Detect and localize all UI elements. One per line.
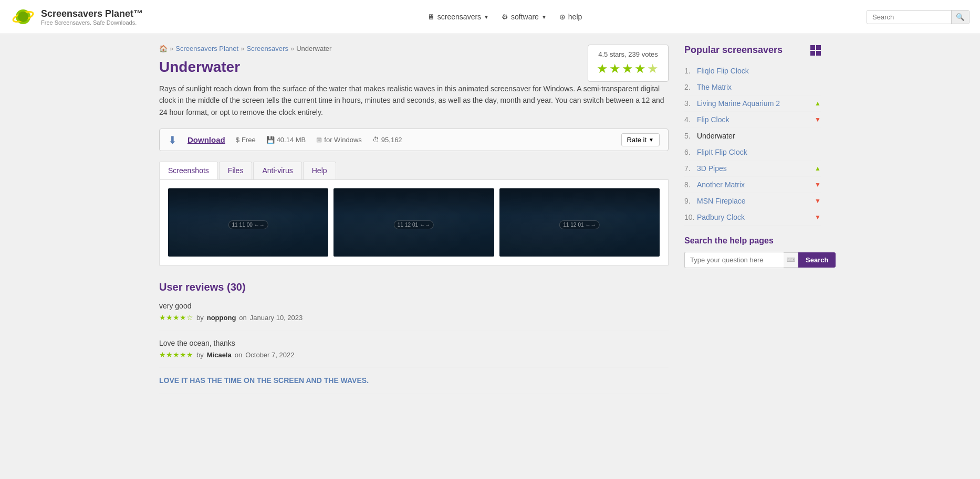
review-2-stars: ★★★★★ xyxy=(159,350,193,359)
chevron-down-icon: ▼ xyxy=(541,14,547,20)
trend-up-icon: ▲ xyxy=(815,100,821,107)
breadcrumb-home[interactable]: 🏠 xyxy=(159,45,168,52)
header-search-button[interactable]: 🔍 xyxy=(951,10,969,24)
trend-down-icon: ▼ xyxy=(815,116,821,123)
review-3-text: LOVE IT HAS THE TIME ON THE SCREEN AND T… xyxy=(159,376,669,385)
sidebar: Popular screensavers 1. Fliqlo Flip Cloc… xyxy=(684,45,821,402)
header: Screensavers Planet™ Free Screensavers. … xyxy=(0,0,980,34)
trend-down-icon-9: ▼ xyxy=(815,197,821,205)
main-wrapper: 4.5 stars, 239 votes ★★★★★ 🏠 » Screensav… xyxy=(149,34,831,412)
review-1-meta: ★★★★☆ by noppong on January 10, 2023 xyxy=(159,313,669,322)
trend-up-icon-7: ▲ xyxy=(815,165,821,172)
tab-files[interactable]: Files xyxy=(219,162,253,179)
user-reviews-title: User reviews (30) xyxy=(159,281,669,293)
popular-item-7: 7. 3D Pipes ▲ xyxy=(684,161,821,177)
help-icon: ⊕ xyxy=(559,13,566,21)
review-2-author: Micaela xyxy=(207,351,232,359)
popular-link-9[interactable]: MSN Fireplace xyxy=(697,197,810,205)
size-label: 💾 40.14 MB xyxy=(266,136,306,144)
disk-icon: 💾 xyxy=(266,136,275,144)
help-search-area: ⌨ Search xyxy=(684,252,821,268)
free-label: $ Free xyxy=(236,136,256,144)
tab-help[interactable]: Help xyxy=(303,162,336,179)
logo-subtitle: Free Screensavers. Safe Downloads. xyxy=(41,19,143,26)
download-icon: ⬇ xyxy=(168,134,177,146)
review-1-date: January 10, 2023 xyxy=(250,314,303,322)
windows-grid-icon xyxy=(810,45,821,56)
review-3: LOVE IT HAS THE TIME ON THE SCREEN AND T… xyxy=(159,376,669,393)
review-1-author: noppong xyxy=(207,314,236,322)
clock-overlay-2: 11 12 01 ←→ xyxy=(394,220,434,229)
logo-icon xyxy=(11,4,36,29)
breadcrumb-screensavers[interactable]: Screensavers xyxy=(246,45,288,52)
rating-stars: ★★★★★ xyxy=(597,61,660,76)
screenshot-2[interactable]: 11 12 01 ←→ xyxy=(333,188,494,257)
review-2: Love the ocean, thanks ★★★★★ by Micaela … xyxy=(159,339,669,368)
review-2-meta: ★★★★★ by Micaela on October 7, 2022 xyxy=(159,350,669,359)
logo-text-area: Screensavers Planet™ Free Screensavers. … xyxy=(41,8,143,26)
popular-item-10: 10. Padbury Clock ▼ xyxy=(684,209,821,226)
popular-link-10[interactable]: Padbury Clock xyxy=(697,213,810,221)
clock-overlay-3: 11 12 01 ←→ xyxy=(559,220,599,229)
header-search-input[interactable] xyxy=(867,10,951,24)
popular-item-6: 6. FlipIt Flip Clock xyxy=(684,144,821,161)
review-2-text: Love the ocean, thanks xyxy=(159,339,669,347)
nav-area: 🖥 screensavers ▼ ⚙ software ▼ ⊕ help xyxy=(428,13,582,21)
review-2-date: October 7, 2022 xyxy=(245,351,294,359)
clock-overlay-1: 11 11 00 ←→ xyxy=(228,220,268,229)
screenshot-3[interactable]: 11 12 01 ←→ xyxy=(499,188,660,257)
downloads-label: ⏱ 95,162 xyxy=(372,136,402,144)
breadcrumb-current: Underwater xyxy=(296,45,331,52)
content-area: 4.5 stars, 239 votes ★★★★★ 🏠 » Screensav… xyxy=(159,45,669,402)
popular-item-2: 2. The Matrix xyxy=(684,79,821,95)
logo-area: Screensavers Planet™ Free Screensavers. … xyxy=(11,4,143,29)
popular-link-3[interactable]: Living Marine Aquarium 2 xyxy=(697,99,810,108)
popular-item-8: 8. Another Matrix ▼ xyxy=(684,177,821,193)
svg-point-2 xyxy=(18,12,28,22)
rating-box: 4.5 stars, 239 votes ★★★★★ xyxy=(588,45,669,82)
nav-help[interactable]: ⊕ help xyxy=(559,13,582,21)
rate-it-button[interactable]: Rate it ▼ xyxy=(621,133,660,146)
help-search-title: Search the help pages xyxy=(684,236,821,246)
review-1-text: very good xyxy=(159,302,669,310)
tabs-bar: Screenshots Files Anti-virus Help xyxy=(159,162,669,180)
popular-list: 1. Fliqlo Flip Clock 2. The Matrix 3. Li… xyxy=(684,63,821,226)
popular-title: Popular screensavers xyxy=(684,45,821,56)
tab-antivirus[interactable]: Anti-virus xyxy=(253,162,301,179)
download-bar: ⬇ Download $ Free 💾 40.14 MB ⊞ for Windo… xyxy=(159,129,669,151)
popular-link-8[interactable]: Another Matrix xyxy=(697,180,810,189)
breadcrumb-screensavers-planet[interactable]: Screensavers Planet xyxy=(175,45,238,52)
rating-text: 4.5 stars, 239 votes xyxy=(597,50,660,58)
review-1-stars: ★★★★☆ xyxy=(159,313,193,322)
popular-link-6[interactable]: FlipIt Flip Clock xyxy=(697,148,821,156)
software-icon: ⚙ xyxy=(502,13,508,21)
nav-screensavers[interactable]: 🖥 screensavers ▼ xyxy=(428,13,489,21)
popular-item-1: 1. Fliqlo Flip Clock xyxy=(684,63,821,79)
help-search-input[interactable] xyxy=(684,252,784,268)
popular-item-5: 5. Underwater xyxy=(684,128,821,144)
chevron-down-icon: ▼ xyxy=(484,14,489,20)
download-link[interactable]: Download xyxy=(187,135,225,144)
help-search-hint: ⌨ xyxy=(784,252,798,268)
platform-label: ⊞ for Windows xyxy=(316,136,362,144)
monitor-icon: 🖥 xyxy=(428,13,435,21)
popular-item-3: 3. Living Marine Aquarium 2 ▲ xyxy=(684,95,821,112)
header-search-area: 🔍 xyxy=(867,10,969,24)
help-search-button[interactable]: Search xyxy=(798,252,836,268)
popular-link-2[interactable]: The Matrix xyxy=(697,83,821,91)
popular-link-7[interactable]: 3D Pipes xyxy=(697,164,810,173)
clock-icon: ⏱ xyxy=(372,136,379,144)
windows-icon: ⊞ xyxy=(316,136,322,144)
logo-title: Screensavers Planet™ xyxy=(41,8,143,19)
popular-item-9: 9. MSN Fireplace ▼ xyxy=(684,193,821,209)
popular-link-4[interactable]: Flip Clock xyxy=(697,115,810,124)
trend-down-icon-8: ▼ xyxy=(815,181,821,188)
popular-current-5: Underwater xyxy=(697,132,735,140)
popular-link-1[interactable]: Fliqlo Flip Clock xyxy=(697,67,821,75)
screenshot-1[interactable]: 11 11 00 ←→ xyxy=(168,188,328,257)
trend-down-icon-10: ▼ xyxy=(815,214,821,221)
tab-screenshots[interactable]: Screenshots xyxy=(159,162,218,179)
chevron-down-icon: ▼ xyxy=(649,137,654,143)
nav-software[interactable]: ⚙ software ▼ xyxy=(502,13,547,21)
description: Rays of sunlight reach down from the sur… xyxy=(159,83,669,118)
